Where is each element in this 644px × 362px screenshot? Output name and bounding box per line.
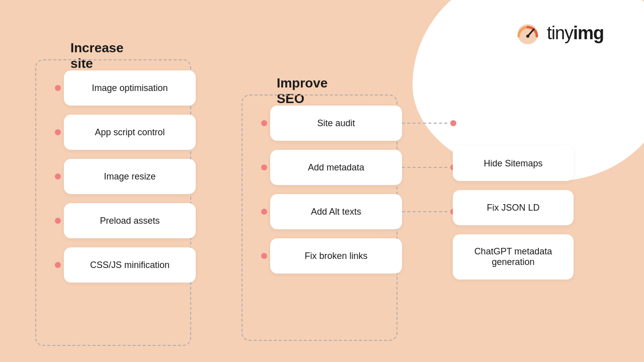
card-app-script: App script control bbox=[64, 115, 196, 150]
connector-dot bbox=[55, 85, 61, 91]
card-image-optimisation: Image optimisation bbox=[64, 70, 196, 106]
logo-tiny: tiny bbox=[547, 23, 573, 43]
list-item: Add metadata bbox=[264, 150, 453, 185]
connector-dot bbox=[55, 218, 61, 224]
connector-dot bbox=[261, 253, 267, 259]
list-item: Site audit bbox=[264, 106, 453, 141]
list-item: CSS/JS minification bbox=[58, 247, 196, 283]
connector-dot bbox=[261, 164, 267, 170]
card-chatgpt-metadata: ChatGPT metadata generation bbox=[453, 234, 574, 280]
connector-dot bbox=[261, 209, 267, 215]
card-site-audit: Site audit bbox=[270, 106, 402, 141]
left-cards: Image optimisation App script control Im… bbox=[58, 70, 196, 283]
card-fix-json-ld: Fix JSON LD bbox=[453, 190, 574, 225]
logo-icon bbox=[515, 20, 541, 46]
list-item: Hide Sitemaps bbox=[453, 146, 574, 181]
list-item: Image optimisation bbox=[58, 70, 196, 106]
list-item: Fix broken links bbox=[264, 238, 453, 274]
mid-cards: Site audit Add metadata Add Alt texts bbox=[264, 106, 453, 274]
right-section: Hide Sitemaps Fix JSON LD ChatGPT metada… bbox=[453, 146, 574, 280]
connector-dot bbox=[55, 129, 61, 135]
list-item: Add Alt texts bbox=[264, 194, 453, 229]
card-add-alt-texts: Add Alt texts bbox=[270, 194, 402, 229]
logo-img: img bbox=[573, 23, 604, 43]
card-image-resize: Image resize bbox=[64, 159, 196, 194]
connector-dot bbox=[261, 120, 267, 126]
connector-dot bbox=[55, 173, 61, 179]
list-item: App script control bbox=[58, 115, 196, 150]
card-hide-sitemaps: Hide Sitemaps bbox=[453, 146, 574, 181]
h-connector bbox=[402, 167, 447, 168]
card-add-metadata: Add metadata bbox=[270, 150, 402, 185]
h-connector bbox=[402, 211, 447, 213]
logo-text: tinyimg bbox=[547, 23, 604, 44]
h-connector bbox=[402, 123, 447, 124]
list-item: Fix JSON LD bbox=[453, 190, 574, 225]
list-item: Preload assets bbox=[58, 203, 196, 238]
main-content: Increase site speed Image optimisation A… bbox=[0, 0, 644, 362]
card-fix-broken-links: Fix broken links bbox=[270, 238, 402, 274]
svg-point-2 bbox=[526, 35, 529, 38]
logo: tinyimg bbox=[515, 20, 604, 46]
list-item: Image resize bbox=[58, 159, 196, 194]
list-item: ChatGPT metadata generation bbox=[453, 234, 574, 280]
connector-dot bbox=[450, 120, 456, 126]
card-preload-assets: Preload assets bbox=[64, 203, 196, 238]
card-css-js: CSS/JS minification bbox=[64, 247, 196, 283]
connector-dot bbox=[55, 262, 61, 268]
